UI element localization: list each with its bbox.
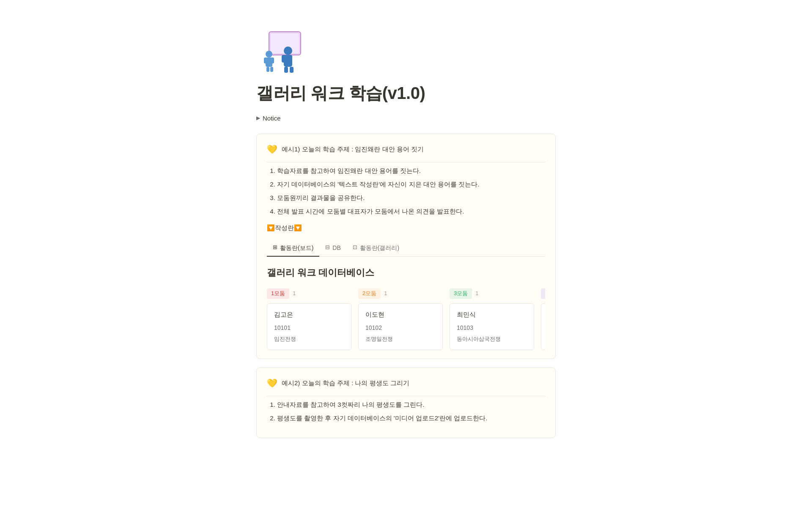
- svg-rect-13: [290, 67, 294, 73]
- card-2-1-number: 10102: [365, 323, 436, 332]
- tab-db-label: DB: [332, 243, 340, 252]
- page-icon: [256, 25, 556, 79]
- kanban-column-2: 2모둠 1 이도현 10102 조명일전쟁: [358, 288, 443, 350]
- example1-title: 예시1) 오늘의 학습 주제 : 임진왜란 대안 용어 짓기: [282, 144, 424, 154]
- svg-point-8: [284, 47, 292, 55]
- tab-board-label: 활동란(보드): [280, 243, 313, 252]
- board-icon: ⊞: [273, 243, 277, 252]
- svg-rect-11: [288, 55, 292, 63]
- card-3-1-tag: 동아시아삼국전쟁: [457, 335, 527, 344]
- notice-arrow: ▶: [256, 114, 260, 122]
- db-icon: ⊟: [325, 243, 330, 252]
- kanban-column-3: 3모둠 1 최민식 10103 동아시아삼국전쟁: [450, 288, 534, 350]
- example1-step-3: 모둠원끼리 결과물을 공유한다.: [277, 193, 545, 203]
- col4-badge: 4모둠: [541, 288, 545, 299]
- card-1-1-number: 10101: [274, 323, 344, 332]
- card-2-1-tag: 조명일전쟁: [365, 335, 436, 344]
- tab-board[interactable]: ⊞ 활동란(보드): [267, 240, 319, 257]
- svg-point-2: [266, 51, 272, 58]
- col1-header: 1모둠 1: [267, 288, 351, 299]
- example2-divider: [267, 396, 545, 396]
- example2-header: 💛 예시2) 오늘의 학습 주제 : 나의 평생도 그리기: [267, 376, 545, 390]
- example1-block: 💛 예시1) 오늘의 학습 주제 : 임진왜란 대안 용어 짓기 학습자료를 참…: [256, 134, 556, 359]
- example2-step-1: 안내자료를 참고하여 3컷짜리 나의 평생도를 그린다.: [277, 400, 545, 410]
- writing-link[interactable]: 🔽작성란🔽: [267, 223, 302, 233]
- tab-db[interactable]: ⊟ DB: [319, 240, 346, 257]
- example1-header: 💛 예시1) 오늘의 학습 주제 : 임진왜란 대안 용어 짓기: [267, 143, 545, 156]
- example2-block: 💛 예시2) 오늘의 학습 주제 : 나의 평생도 그리기 안내자료를 참고하여…: [256, 367, 556, 438]
- col3-header: 3모둠 1: [450, 288, 534, 299]
- kanban-column-4: 4모둠 1 유해진 10104 1592전쟁: [541, 288, 545, 350]
- svg-rect-10: [282, 55, 286, 63]
- col3-badge: 3모둠: [450, 288, 472, 299]
- svg-rect-5: [271, 58, 274, 63]
- col2-badge: 2모둠: [358, 288, 381, 299]
- card-2-1-name: 이도현: [365, 310, 436, 320]
- svg-rect-4: [264, 58, 267, 63]
- col4-header: 4모둠 1: [541, 288, 545, 299]
- example1-steps: 학습자료를 참고하여 임진왜란 대안 용어를 짓는다. 자기 데이터베이스의 '…: [267, 166, 545, 217]
- card-3-1[interactable]: 최민식 10103 동아시아삼국전쟁: [450, 303, 534, 350]
- col2-header: 2모둠 1: [358, 288, 443, 299]
- notice-toggle[interactable]: ▶ Notice: [256, 113, 556, 123]
- example1-step-4: 전체 발표 시간에 모둠별 대표자가 모둠에서 나온 의견을 발표한다.: [277, 206, 545, 217]
- svg-rect-12: [284, 67, 288, 73]
- card-3-1-name: 최민식: [457, 310, 527, 320]
- col3-count: 1: [475, 289, 478, 298]
- example2-title: 예시2) 오늘의 학습 주제 : 나의 평생도 그리기: [282, 378, 409, 388]
- card-1-1-tag: 임진전쟁: [274, 335, 344, 344]
- page-container: 갤러리 워크 학습(v1.0) ▶ Notice 💛 예시1) 오늘의 학습 주…: [216, 0, 596, 507]
- example1-emoji: 💛: [267, 143, 277, 156]
- example1-step-1: 학습자료를 참고하여 임진왜란 대안 용어를 짓는다.: [277, 166, 545, 176]
- example2-steps: 안내자료를 참고하여 3컷짜리 나의 평생도를 그린다. 평생도를 촬영한 후 …: [267, 400, 545, 423]
- card-1-1[interactable]: 김고은 10101 임진전쟁: [267, 303, 351, 350]
- kanban-column-1: 1모둠 1 김고은 10101 임진전쟁: [267, 288, 351, 350]
- example2-emoji: 💛: [267, 376, 277, 390]
- example1-step-2: 자기 데이터베이스의 '텍스트 작성란'에 자신이 지은 대안 용어를 짓는다.: [277, 179, 545, 189]
- gallery-icon: ⊡: [353, 243, 357, 252]
- page-title: 갤러리 워크 학습(v1.0): [256, 79, 556, 107]
- svg-rect-7: [270, 67, 273, 72]
- example1-divider: [267, 162, 545, 162]
- tab-gallery[interactable]: ⊡ 활동란(갤러리): [347, 240, 405, 257]
- tabs-container: ⊞ 활동란(보드) ⊟ DB ⊡ 활동란(갤러리): [267, 240, 545, 257]
- svg-rect-6: [266, 67, 269, 72]
- card-2-1[interactable]: 이도현 10102 조명일전쟁: [358, 303, 443, 350]
- example2-step-2: 평생도를 촬영한 후 자기 데이터베이스의 '미디어 업로드2'란에 업로드한다…: [277, 413, 545, 423]
- kanban-board: 1모둠 1 김고은 10101 임진전쟁 2모둠 1 이도현 10102: [267, 288, 545, 350]
- db-title: 갤러리 워크 데이터베이스: [267, 265, 545, 280]
- card-3-1-number: 10103: [457, 323, 527, 332]
- card-1-1-name: 김고은: [274, 310, 344, 320]
- tab-gallery-label: 활동란(갤러리): [360, 243, 399, 252]
- col1-count: 1: [293, 289, 296, 298]
- card-4-1[interactable]: 유해진 10104 1592전쟁: [541, 303, 545, 350]
- col1-badge: 1모둠: [267, 288, 289, 299]
- col2-count: 1: [384, 289, 387, 298]
- notice-label: Notice: [263, 113, 281, 123]
